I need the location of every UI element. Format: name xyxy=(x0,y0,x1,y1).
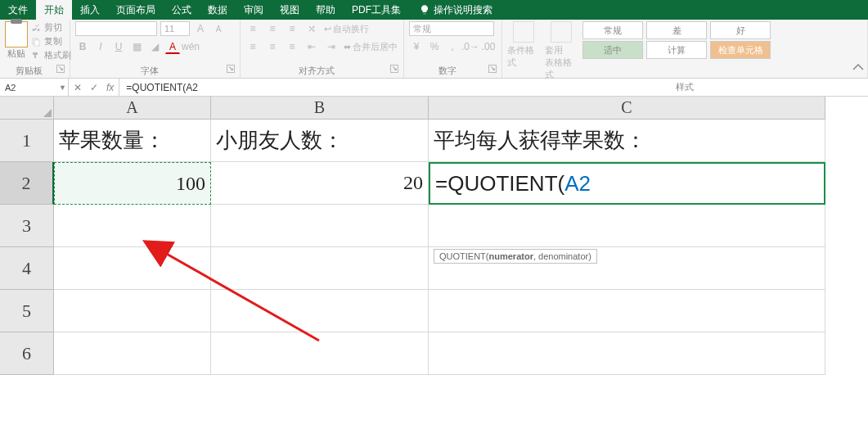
cut-button[interactable]: 剪切 xyxy=(31,21,71,34)
cell-C5[interactable] xyxy=(429,290,825,332)
number-group-label: 数字 xyxy=(438,65,456,75)
tab-view[interactable]: 视图 xyxy=(272,0,308,20)
align-bottom-button[interactable]: ≡ xyxy=(285,21,299,36)
percent-button[interactable]: % xyxy=(427,39,442,54)
phonetic-button[interactable]: wén xyxy=(183,39,198,54)
style-calc[interactable]: 计算 xyxy=(646,41,707,59)
row-header-1[interactable]: 1 xyxy=(0,120,54,162)
tab-layout[interactable]: 页面布局 xyxy=(108,0,164,20)
cell-B3[interactable] xyxy=(211,205,429,247)
fill-color-button[interactable]: ◢ xyxy=(147,39,162,54)
tell-me-search[interactable]: 操作说明搜索 xyxy=(419,3,492,17)
cell-C1[interactable]: 平均每人获得苹果数： xyxy=(429,120,825,162)
style-bad[interactable]: 差 xyxy=(646,21,707,39)
bold-button[interactable]: B xyxy=(75,39,90,54)
cell-B5[interactable] xyxy=(211,290,429,332)
cell-B2[interactable]: 20 xyxy=(211,162,429,205)
align-center-button[interactable]: ≡ xyxy=(265,39,280,54)
tab-formulas[interactable]: 公式 xyxy=(164,0,200,20)
cell-B4[interactable] xyxy=(211,247,429,290)
tab-pdf[interactable]: PDF工具集 xyxy=(344,0,409,20)
row-header-6[interactable]: 6 xyxy=(0,332,54,375)
style-check[interactable]: 检查单元格 xyxy=(710,41,771,59)
cell-A2[interactable]: 100 xyxy=(54,162,211,205)
name-box[interactable]: A2 ▼ xyxy=(0,79,69,96)
style-neutral[interactable]: 适中 xyxy=(582,41,643,59)
cell-A4[interactable] xyxy=(54,247,211,290)
cell-A5[interactable] xyxy=(54,290,211,332)
increase-indent-button[interactable]: ⇥ xyxy=(324,39,339,54)
cell-C3[interactable] xyxy=(429,205,825,247)
align-group-label: 对齐方式 xyxy=(299,65,335,75)
font-color-button[interactable]: A xyxy=(165,39,180,54)
table-format-button[interactable]: 套用 表格格式 xyxy=(545,21,578,81)
brush-icon xyxy=(31,51,41,61)
col-header-A[interactable]: A xyxy=(54,97,211,120)
insert-function-button[interactable]: fx xyxy=(106,82,114,93)
currency-button[interactable]: ¥ xyxy=(409,39,424,54)
comma-button[interactable]: , xyxy=(445,39,460,54)
align-left-button[interactable]: ≡ xyxy=(245,39,260,54)
underline-button[interactable]: U xyxy=(111,39,126,54)
row-header-4[interactable]: 4 xyxy=(0,247,54,290)
font-group-label: 字体 xyxy=(141,65,159,75)
tab-file[interactable]: 文件 xyxy=(0,0,36,20)
border-button[interactable]: ▦ xyxy=(129,39,144,54)
decrease-font-button[interactable]: A xyxy=(211,21,226,36)
collapse-ribbon-button[interactable] xyxy=(852,61,865,75)
number-dialog-launcher[interactable]: ↘ xyxy=(488,65,497,73)
number-format-select[interactable]: 常规 xyxy=(409,21,494,36)
decrease-indent-button[interactable]: ⇤ xyxy=(304,39,319,54)
merge-button[interactable]: ⬌合并后居中 xyxy=(344,41,398,53)
style-good[interactable]: 好 xyxy=(710,21,771,39)
select-all-button[interactable] xyxy=(0,97,54,120)
tooltip-rest: , denominator) xyxy=(533,251,591,261)
tab-help[interactable]: 帮助 xyxy=(308,0,344,20)
orientation-button[interactable]: ⤭ xyxy=(304,21,319,36)
row-header-2[interactable]: 2 xyxy=(0,162,54,205)
row-header-3[interactable]: 3 xyxy=(0,205,54,247)
table-label: 套用 表格格式 xyxy=(545,44,578,81)
cell-C2[interactable]: =QUOTIENT(A2 xyxy=(429,162,825,205)
cell-styles-gallery[interactable]: 常规 差 好 适中 计算 检查单元格 xyxy=(582,21,771,59)
font-name-select[interactable] xyxy=(75,21,157,36)
decrease-decimal-button[interactable]: .00 xyxy=(481,39,496,54)
paste-label: 粘贴 xyxy=(7,47,25,60)
tab-home[interactable]: 开始 xyxy=(36,0,72,20)
cancel-formula-button[interactable]: ✕ xyxy=(74,82,82,93)
formula-prefix: =QUOTIENT( xyxy=(435,171,564,196)
style-normal[interactable]: 常规 xyxy=(582,21,643,39)
align-right-button[interactable]: ≡ xyxy=(285,39,299,54)
scissors-icon xyxy=(31,23,41,33)
align-dialog-launcher[interactable]: ↘ xyxy=(390,65,398,73)
ribbon-group-font: 11 A A B I U ▦ ◢ A wén 字体↘ xyxy=(70,20,241,78)
increase-font-button[interactable]: A xyxy=(193,21,208,36)
wrap-text-button[interactable]: ↩自动换行 xyxy=(324,23,369,35)
tab-insert[interactable]: 插入 xyxy=(72,0,108,20)
table-format-icon xyxy=(551,21,572,43)
cell-B6[interactable] xyxy=(211,332,429,375)
paste-button[interactable]: 粘贴 xyxy=(5,21,28,60)
tab-review[interactable]: 审阅 xyxy=(236,0,272,20)
cell-B1[interactable]: 小朋友人数： xyxy=(211,120,429,162)
italic-button[interactable]: I xyxy=(93,39,108,54)
cell-C6[interactable] xyxy=(429,332,825,375)
font-size-select[interactable]: 11 xyxy=(160,21,190,36)
conditional-format-button[interactable]: 条件格式 xyxy=(507,21,540,69)
col-header-C[interactable]: C xyxy=(429,97,825,120)
copy-button[interactable]: 复制 xyxy=(31,35,71,47)
cell-A3[interactable] xyxy=(54,205,211,247)
cell-A1[interactable]: 苹果数量： xyxy=(54,120,211,162)
conditional-format-icon xyxy=(513,21,534,43)
font-dialog-launcher[interactable]: ↘ xyxy=(227,65,235,73)
enter-formula-button[interactable]: ✓ xyxy=(90,82,98,93)
col-header-B[interactable]: B xyxy=(211,97,429,120)
format-painter-button[interactable]: 格式刷 xyxy=(31,49,71,61)
row-header-5[interactable]: 5 xyxy=(0,290,54,332)
align-top-button[interactable]: ≡ xyxy=(245,21,260,36)
tab-data[interactable]: 数据 xyxy=(200,0,236,20)
align-middle-button[interactable]: ≡ xyxy=(265,21,280,36)
cell-A6[interactable] xyxy=(54,332,211,375)
clipboard-dialog-launcher[interactable]: ↘ xyxy=(56,65,65,73)
increase-decimal-button[interactable]: .0→ xyxy=(463,39,478,54)
